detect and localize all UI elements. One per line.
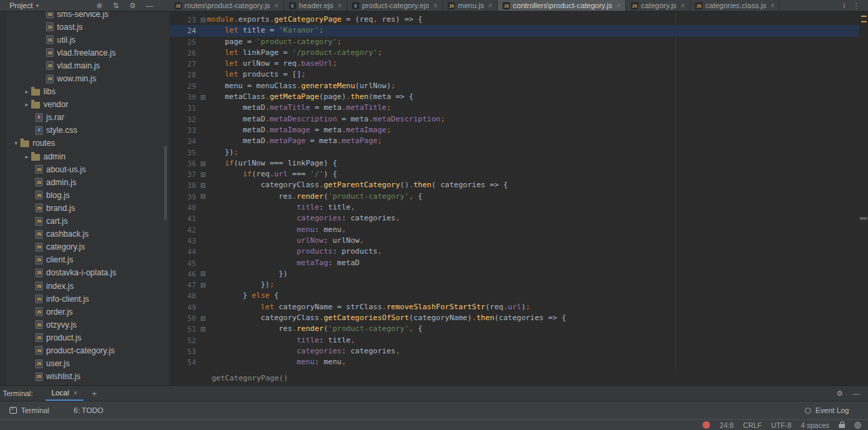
close-icon[interactable]: × [338,1,342,9]
code-line[interactable]: 25 page = 'product-category'; [170,37,859,47]
tree-item[interactable]: JSabout-us.js [7,163,170,176]
close-icon[interactable]: × [73,389,77,397]
tree-item[interactable]: JSadmin.js [7,176,170,189]
code-line[interactable]: 47- }); [170,279,859,290]
code-line[interactable]: 45 metaTag: metaD [170,258,859,269]
tree-item[interactable]: ▸vendor [7,98,170,111]
hide-icon[interactable]: — [852,389,860,398]
tree-item[interactable]: JScategory.js [7,241,170,254]
line-number[interactable]: 25 [170,37,199,47]
warning-mark[interactable] [861,21,867,22]
more-icon[interactable]: ⋮ [853,2,860,9]
fold-icon[interactable]: - [201,194,205,199]
fold-icon[interactable]: - [201,327,205,332]
code-text[interactable]: menu: menu, [207,224,859,235]
code-text[interactable]: title: title, [207,335,859,346]
code-text[interactable]: categories: categories, [207,213,859,224]
gear-icon[interactable]: ⚙ [836,389,843,398]
line-number[interactable]: 47 [170,279,199,290]
error-stripe[interactable] [859,12,868,370]
code-line[interactable]: 44 products: products, [170,246,859,257]
chevron-down-icon[interactable]: ▾ [36,3,39,9]
code-text[interactable]: categories: categories, [207,346,859,357]
editor-tab[interactable]: Eproduct-category.ejs× [347,0,443,11]
code-line[interactable]: 23-module.exports.getCategoryPage = (req… [170,14,859,25]
line-number[interactable]: 27 [170,58,199,69]
line-number[interactable]: 48 [170,290,199,301]
tree-item[interactable]: JSclient.js [7,254,170,267]
code-text[interactable]: let categoryName = strClass.removeSlashF… [207,302,859,313]
line-number[interactable]: 45 [170,258,199,269]
code-text[interactable]: metaClass.getMetaPage(page).then(meta =>… [207,92,859,102]
tree-item[interactable]: JSutil.js [7,33,170,46]
code-text[interactable]: if(urlNow === linkPage) { [207,158,859,169]
fold-icon[interactable]: - [201,18,205,22]
code-text[interactable]: if(req.url === '/') { [207,169,859,180]
scope-icon[interactable]: ⊕ [96,1,102,10]
code-line[interactable]: 27 let urlNow = req.baseUrl; [170,58,859,69]
code-line[interactable]: 50- categoryClass.getCategoriesOfSort(ca… [170,313,859,324]
editor-tab[interactable]: JScontrollers\product-category.js× [498,0,626,11]
code-line[interactable]: 29 menu = menuClass.generateMenu(urlNow)… [170,81,859,92]
tree-item[interactable]: JSproduct.js [7,331,170,344]
code-text[interactable]: metaD.metaImage = meta.metaImage; [207,125,859,136]
tree-item[interactable]: JScart.js [7,215,170,228]
tree-item[interactable]: JSdostavka-i-oplata.js [7,267,170,279]
code-line[interactable]: 51- res.render('product-category', { [170,324,859,334]
line-number[interactable]: 51 [170,324,199,334]
hide-panel-icon[interactable]: — [146,1,153,9]
line-number[interactable]: 43 [170,235,199,246]
file-encoding[interactable]: UTF-8 [771,421,791,429]
code-text[interactable]: menu = menuClass.generateMenu(urlNow); [207,81,859,92]
tree-item[interactable]: JSbrand.js [7,201,170,214]
line-number[interactable]: 49 [170,302,199,313]
close-icon[interactable]: × [274,1,278,9]
code-line[interactable]: 40 title: title, [170,202,859,213]
code-text[interactable]: categoryClass.getParentCategory().then( … [207,180,859,191]
code-line[interactable]: 38- categoryClass.getParentCategory().th… [170,180,859,191]
fold-icon[interactable]: - [201,271,205,276]
line-number[interactable]: 42 [170,224,199,235]
context-method-label[interactable]: getCategoryPage() [212,374,288,383]
project-panel-title[interactable]: Project [9,1,33,9]
tree-item[interactable]: #style.css [7,124,170,137]
line-number[interactable]: 29 [170,81,199,92]
lock-icon[interactable] [839,424,845,428]
settings-icon[interactable]: ⚙ [129,1,136,10]
code-editor[interactable]: 23-module.exports.getCategoryPage = (req… [170,12,868,385]
fold-icon[interactable]: - [201,283,205,288]
chevron-right-icon[interactable]: ▸ [22,153,31,160]
code-text[interactable]: let title = 'Каталог'; [207,25,859,36]
code-line[interactable]: 26 let linkPage = '/product-category'; [170,47,859,58]
code-line[interactable]: 53 categories: categories, [170,346,859,357]
terminal-toolwindow-button[interactable]: Terminal [9,406,50,414]
line-number[interactable]: 44 [170,246,199,257]
inspection-profile-icon[interactable] [854,422,861,429]
chevron-right-icon[interactable]: ▸ [22,88,31,95]
line-separator[interactable]: CRLF [743,421,762,429]
code-line[interactable]: 43 urlNow: urlNow, [170,235,859,246]
chevron-right-icon[interactable]: ▸ [22,101,31,108]
fold-icon[interactable]: - [201,95,205,100]
code-text[interactable]: metaD.metaPage = meta.metaPage; [207,136,859,146]
editor-tab[interactable]: Eheader.ejs× [284,0,347,11]
code-line[interactable]: 24 let title = 'Каталог'; [170,25,859,36]
tree-item[interactable]: ▾routes [7,137,170,150]
line-number[interactable]: 40 [170,202,199,213]
code-line[interactable]: 48 } else { [170,290,859,301]
close-icon[interactable]: × [616,1,620,9]
code-line[interactable]: 30- metaClass.getMetaPage(page).then(met… [170,92,859,102]
editor-tab[interactable]: JSmenu.js× [443,0,498,11]
code-text[interactable]: categoryClass.getCategoriesOfSort(catego… [207,313,859,324]
code-text[interactable]: products: products, [207,246,859,257]
code-line[interactable]: 32 metaD.metaDescription = meta.metaDesc… [170,114,859,125]
line-number[interactable]: 50 [170,313,199,324]
line-number[interactable]: 37 [170,169,199,180]
tree-item[interactable]: JSvlad.main.js [7,59,170,72]
code-text[interactable]: urlNow: urlNow, [207,235,859,246]
code-text[interactable]: } else { [207,290,859,301]
info-icon[interactable]: i [844,2,845,9]
warning-mark[interactable] [861,16,867,17]
line-number[interactable]: 41 [170,213,199,224]
code-line[interactable]: 52 title: title, [170,335,859,346]
